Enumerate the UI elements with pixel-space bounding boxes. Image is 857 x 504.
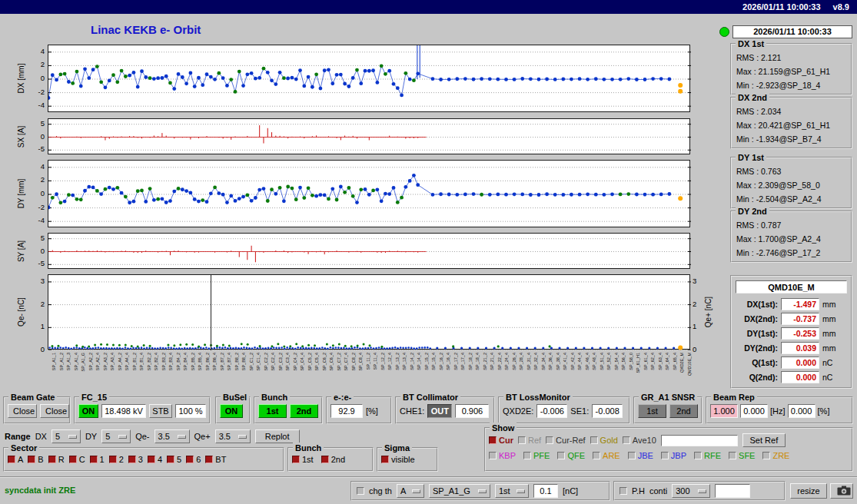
sector-5-item[interactable]: 5 <box>167 455 181 464</box>
show-are-checkbox[interactable] <box>593 452 600 459</box>
show-ref-checkbox[interactable] <box>518 436 526 444</box>
range-dx-dropdown[interactable]: 5 <box>51 429 81 443</box>
x-axis-label: SP_21_2 <box>482 353 488 388</box>
show-jbe-item[interactable]: JBE <box>628 451 653 460</box>
show-jbp-checkbox[interactable] <box>661 452 669 459</box>
y-tick-label: -2 <box>26 88 45 96</box>
chg-th-checkbox[interactable] <box>357 487 364 495</box>
sector-3-item[interactable]: 3 <box>128 455 143 464</box>
show-zre-checkbox[interactable] <box>762 452 770 459</box>
y-tick-label: 2 <box>26 300 45 308</box>
show-cur-ref-checkbox[interactable] <box>546 436 553 444</box>
show-rfe-item[interactable]: RFE <box>694 451 721 460</box>
dropdown-value: 3.5 <box>158 432 170 441</box>
beam-gate-close-button-1[interactable]: Close <box>8 404 37 418</box>
show-sfe-item[interactable]: SFE <box>729 451 755 460</box>
x-axis-label: SP_15_4 <box>430 353 437 388</box>
sector-2-checkbox[interactable] <box>109 456 117 463</box>
show-ref-item[interactable]: Ref <box>518 436 541 445</box>
ref-name-input[interactable] <box>661 435 738 446</box>
sigma-visible-checkbox[interactable] <box>381 456 389 463</box>
sector-a-item[interactable]: A <box>8 455 23 464</box>
replot-button[interactable]: Replot <box>255 429 300 443</box>
resize-button[interactable]: resize <box>790 483 827 499</box>
x-axis-label: SP_54_4 <box>613 353 619 388</box>
sector-r-item[interactable]: R <box>48 455 65 464</box>
show-rfe-checkbox[interactable] <box>694 452 702 459</box>
sector-1-checkbox[interactable] <box>90 456 98 463</box>
x-axis-label: SP_B8_4 <box>241 353 247 388</box>
stats-panel-dy-2nd: DY 2ndRMS : 0.787Max : 1.700@SP_A2_4Min … <box>730 211 852 263</box>
camera-button[interactable] <box>830 483 853 499</box>
show-cur-checkbox[interactable] <box>489 436 497 444</box>
gr-a1-2nd-button[interactable]: 2nd <box>669 404 698 418</box>
sector-c-item[interactable]: C <box>69 455 85 464</box>
show-qfe-item[interactable]: QFE <box>557 451 585 460</box>
stat-line: Max : 2.309@SP_58_0 <box>736 178 851 192</box>
show-gold-checkbox[interactable] <box>590 436 598 444</box>
sector-c-label: C <box>79 455 85 464</box>
sector-3-checkbox[interactable] <box>128 456 136 463</box>
sector-b-item[interactable]: B <box>28 455 43 464</box>
x-axis-label: SP_26_4 <box>511 353 517 388</box>
stats-panel-label: DY 2nd <box>736 206 769 217</box>
show-sfe-checkbox[interactable] <box>729 452 736 459</box>
show-jbp-item[interactable]: JBP <box>661 451 686 460</box>
show-zre-item[interactable]: ZRE <box>762 451 789 460</box>
show-pfe-item[interactable]: PFE <box>523 451 550 460</box>
show-cur-ref-item[interactable]: Cur-Ref <box>546 436 586 445</box>
bt-lossmonitor-group: BT LossMonitor QXD2E: -0.006 SE1: -0.008 <box>498 396 630 424</box>
bunch-select-1st-item[interactable]: 1st <box>292 455 314 464</box>
show-ave10-checkbox[interactable] <box>623 436 630 444</box>
bunch-select-2nd-item[interactable]: 2nd <box>321 455 345 464</box>
fc15-on-button[interactable]: ON <box>78 404 98 418</box>
show-pfe-checkbox[interactable] <box>523 452 531 459</box>
sector-4-checkbox[interactable] <box>148 456 155 463</box>
y-tick-label: 3 <box>26 277 45 285</box>
sector-b-checkbox[interactable] <box>28 456 35 463</box>
che1-state: OUT <box>427 404 452 418</box>
sector-1-item[interactable]: 1 <box>90 455 105 464</box>
ph-checkbox[interactable] <box>619 487 627 495</box>
range-qe-minus-dropdown[interactable]: 3.5 <box>154 429 190 443</box>
sector-r-checkbox[interactable] <box>48 456 56 463</box>
stat-line: Max : 20.421@SP_61_H1 <box>736 118 851 132</box>
sector-bt-checkbox[interactable] <box>205 456 213 463</box>
bunch-select-2nd-checkbox[interactable] <box>321 456 329 463</box>
bunch-2nd-button[interactable]: 2nd <box>290 404 318 418</box>
rate-dropdown[interactable]: 300 <box>672 484 710 498</box>
sector-6-checkbox[interactable] <box>186 456 194 463</box>
show-sfe-label: SFE <box>739 451 755 460</box>
qmd-row-unit: mm <box>822 343 836 353</box>
bpm-dropdown[interactable]: SP_A1_G <box>429 484 490 498</box>
x-axis-label: SP_B3_2 <box>161 353 167 388</box>
sector-4-item[interactable]: 4 <box>148 455 162 464</box>
beam-gate-close-button-2[interactable]: Close <box>40 404 69 418</box>
busel-on-button[interactable]: ON <box>220 404 243 418</box>
qmd-rows: DX(1st):-1.497mmDX(2nd):-0.737mmDY(1st):… <box>732 297 851 384</box>
show-kbp-checkbox[interactable] <box>489 452 497 459</box>
show-jbe-checkbox[interactable] <box>628 452 636 459</box>
set-ref-button[interactable]: Set Ref <box>742 433 786 447</box>
range-dy-dropdown[interactable]: 5 <box>101 429 131 443</box>
bunch-select-1st-checkbox[interactable] <box>292 456 300 463</box>
bunch-dropdown[interactable]: 1st <box>495 484 529 498</box>
sector-dropdown[interactable]: A <box>397 484 424 498</box>
sector-6-item[interactable]: 6 <box>186 455 201 464</box>
fc15-stb-button[interactable]: STB <box>149 404 172 418</box>
sector-bt-item[interactable]: BT <box>205 455 226 464</box>
sector-a-checkbox[interactable] <box>8 456 15 463</box>
show-qfe-checkbox[interactable] <box>557 452 565 459</box>
show-kbp-item[interactable]: KBP <box>489 451 516 460</box>
show-are-item[interactable]: ARE <box>593 451 620 460</box>
sector-5-checkbox[interactable] <box>167 456 174 463</box>
gr-a1-1st-button[interactable]: 1st <box>638 404 666 418</box>
sector-2-item[interactable]: 2 <box>109 455 124 464</box>
bunch-1st-button[interactable]: 1st <box>258 404 287 418</box>
sector-c-checkbox[interactable] <box>69 456 77 463</box>
sigma-visible-item[interactable]: visible <box>381 455 415 464</box>
show-gold-item[interactable]: Gold <box>590 436 618 445</box>
show-cur-item[interactable]: Cur <box>489 436 513 445</box>
show-ave10-item[interactable]: Ave10 <box>623 436 656 445</box>
range-qe-plus-dropdown[interactable]: 3.5 <box>215 429 251 443</box>
